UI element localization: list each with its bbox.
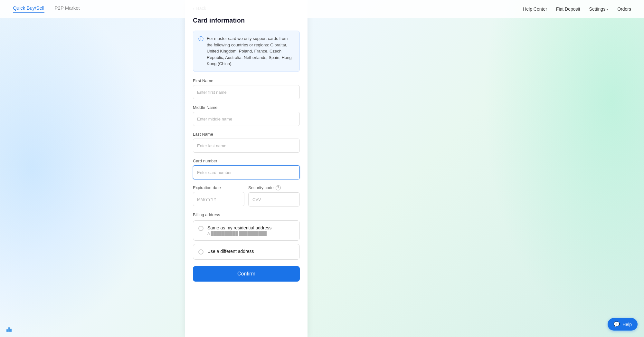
last-name-group: Last Name [193,132,300,153]
same-address-option[interactable]: Same as my residential address A ███████… [193,220,300,241]
same-address-title: Same as my residential address [207,225,271,230]
card-number-label: Card number [193,159,300,163]
last-name-label: Last Name [193,132,300,137]
date-security-row: Expiration date Security code ? [193,185,300,207]
expiration-date-input[interactable] [193,192,244,206]
security-code-help-icon[interactable]: ? [276,185,281,190]
different-address-content: Use a different address [207,249,254,255]
nav-help-center[interactable]: Help Center [523,6,547,12]
different-address-radio[interactable] [198,249,204,255]
info-text: For master card we only support cards fr… [207,35,294,67]
same-address-detail: A ██████████ ██████████ [207,231,271,236]
nav-right-items: Help Center Fiat Deposit Settings Orders [523,6,631,12]
expiration-date-group: Expiration date [193,185,244,207]
security-label-row: Security code ? [248,185,300,190]
nav-orders[interactable]: Orders [617,6,631,12]
help-chat-icon: 💬 [613,321,620,327]
bar-2 [8,327,10,332]
security-code-group: Security code ? [248,185,300,207]
last-name-input[interactable] [193,139,300,153]
confirm-button-wrapper: Confirm [185,266,308,291]
info-box: ⓘ For master card we only support cards … [193,31,300,72]
confirm-button[interactable]: Confirm [193,266,300,282]
middle-name-group: Middle Name [193,105,300,126]
tab-quick-buy-sell[interactable]: Quick Buy/Sell [13,5,44,13]
first-name-input[interactable] [193,85,300,99]
first-name-group: First Name [193,78,300,99]
nav-tabs: Quick Buy/Sell P2P Market [13,5,80,13]
info-icon: ⓘ [198,36,204,43]
bar-3 [10,329,12,332]
nav-fiat-deposit[interactable]: Fiat Deposit [556,6,580,12]
first-name-label: First Name [193,78,300,83]
bar-1 [6,329,8,332]
different-address-option[interactable]: Use a different address [193,244,300,260]
card-number-group: Card number [193,159,300,179]
nav-settings[interactable]: Settings [589,6,609,12]
chart-icon [6,327,12,332]
billing-address-label: Billing address [193,212,300,217]
bg-decoration-left [0,0,161,337]
bg-decoration-right [483,0,644,337]
card-info-panel: ‹ Back Card information ⓘ For master car… [185,0,308,337]
tab-p2p-market[interactable]: P2P Market [55,5,80,13]
security-code-label: Security code [248,185,274,190]
different-address-title: Use a different address [207,249,254,254]
middle-name-label: Middle Name [193,105,300,110]
same-address-radio[interactable] [198,226,204,231]
same-address-content: Same as my residential address A ███████… [207,225,271,236]
card-number-input[interactable] [193,165,300,179]
top-navigation: Quick Buy/Sell P2P Market Help Center Fi… [0,0,644,18]
billing-address-section: Billing address Same as my residential a… [185,212,308,260]
help-button-label: Help [622,322,632,327]
middle-name-input[interactable] [193,112,300,126]
expiration-date-label: Expiration date [193,185,244,190]
card-form: First Name Middle Name Last Name Card nu… [185,78,308,207]
security-code-input[interactable] [248,192,300,207]
help-button[interactable]: 💬 Help [608,318,638,331]
